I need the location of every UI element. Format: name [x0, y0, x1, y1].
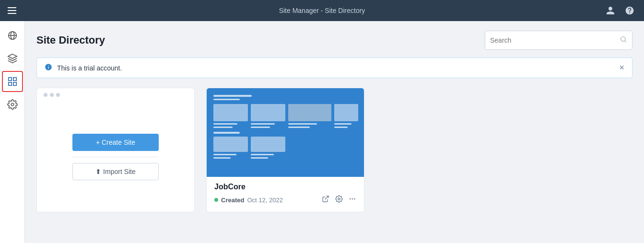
user-icon[interactable]	[604, 4, 617, 17]
cards-grid: + Create Site ⬆ Import Site	[36, 88, 632, 212]
site-card-jobcore: JobCore Created Oct 12, 2022	[206, 88, 364, 212]
create-site-button[interactable]: + Create Site	[72, 134, 159, 151]
import-site-button[interactable]: ⬆ Import Site	[72, 163, 159, 180]
svg-rect-6	[13, 82, 16, 85]
site-name: JobCore	[214, 183, 356, 191]
svg-rect-5	[8, 82, 11, 85]
svg-line-9	[625, 41, 626, 42]
alert-close-button[interactable]: ×	[619, 63, 624, 73]
topbar-title: Site Manager - Site Directory	[279, 7, 365, 14]
svg-line-10	[325, 196, 328, 199]
main-content: Site Directory This is a trial account. …	[25, 21, 644, 243]
create-site-card: + Create Site ⬆ Import Site	[36, 88, 195, 212]
site-meta: Created Oct 12, 2022	[214, 195, 356, 205]
sidebar-item-grid[interactable]	[2, 71, 23, 92]
topbar-left	[8, 7, 16, 14]
svg-point-7	[11, 103, 14, 106]
svg-point-13	[352, 198, 353, 200]
status-dot	[214, 198, 218, 202]
hamburger-menu[interactable]	[8, 7, 16, 14]
search-input[interactable]	[490, 36, 620, 44]
svg-point-12	[350, 198, 351, 200]
info-icon	[45, 63, 52, 73]
dot-1	[44, 93, 47, 97]
alert-message: This is a trial account.	[57, 64, 122, 72]
status-date: Oct 12, 2022	[247, 197, 282, 204]
svg-point-8	[621, 37, 625, 41]
page-title: Site Directory	[36, 34, 105, 46]
alert-left: This is a trial account.	[45, 63, 122, 73]
help-icon[interactable]	[623, 4, 636, 17]
svg-rect-3	[8, 78, 11, 81]
site-thumbnail[interactable]	[207, 88, 364, 177]
search-icon	[620, 35, 627, 45]
dot-3	[56, 93, 60, 97]
external-link-icon[interactable]	[322, 195, 329, 205]
settings-icon[interactable]	[335, 195, 343, 205]
svg-point-11	[338, 198, 340, 200]
dot-2	[50, 93, 54, 97]
card-dots	[37, 88, 67, 102]
svg-rect-4	[13, 78, 16, 81]
divider	[72, 157, 159, 157]
create-card-body: + Create Site ⬆ Import Site	[37, 102, 194, 212]
status-label: Created	[221, 197, 244, 204]
more-options-icon[interactable]	[349, 195, 356, 205]
topbar: Site Manager - Site Directory	[0, 0, 644, 21]
topbar-right	[604, 4, 636, 17]
site-actions	[322, 195, 356, 205]
search-box[interactable]	[485, 31, 632, 50]
main-header: Site Directory	[36, 31, 632, 50]
sidebar-item-settings[interactable]	[2, 94, 23, 115]
sidebar	[0, 21, 25, 243]
sidebar-item-cube[interactable]	[2, 48, 23, 69]
alert-banner: This is a trial account. ×	[36, 58, 632, 78]
site-card-body: JobCore Created Oct 12, 2022	[207, 177, 364, 210]
sidebar-item-globe[interactable]	[2, 25, 23, 46]
svg-point-14	[354, 198, 355, 200]
